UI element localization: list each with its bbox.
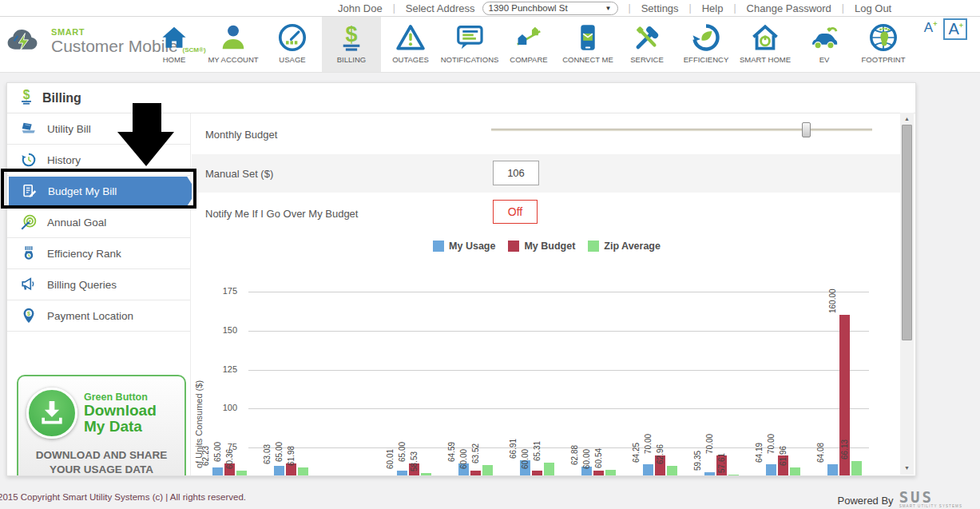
chart-bar	[236, 471, 247, 476]
sus-logo: SUS SMART UTILITY SYSTEMS	[899, 490, 962, 509]
nav-item-my-account[interactable]: MY ACCOUNT	[204, 17, 263, 72]
change-password-link[interactable]: Change Password	[747, 2, 831, 14]
nav-item-footprint[interactable]: FOOTPRINT	[854, 17, 913, 72]
sidebar-item-payment-location[interactable]: $ Payment Location	[7, 300, 190, 332]
top-account-bar: John Doe | Select Address 1390 Punchbowl…	[0, 0, 980, 17]
chart-bar	[470, 471, 481, 476]
bar-value-label: 66.91	[509, 425, 519, 459]
powered-by-block: Powered By SUS SMART UTILITY SYSTEMS	[838, 490, 962, 509]
user-name[interactable]: John Doe	[338, 2, 383, 14]
annual-goal-target-icon	[19, 213, 38, 231]
sidebar-item-utility-bill[interactable]: Utility Bill	[7, 113, 190, 145]
nav-item-outages[interactable]: OUTAGES	[381, 17, 440, 72]
scroll-up-arrow[interactable]: ▲	[900, 113, 914, 124]
cloud-lightning-logo-icon	[5, 25, 46, 58]
bar-value-label: 65.00	[213, 428, 224, 462]
chart-gridline	[248, 331, 869, 332]
page-title: Billing	[42, 91, 81, 105]
chart-bar	[532, 471, 542, 476]
address-dropdown[interactable]: 1390 Punchbowl St ▼	[482, 2, 618, 15]
chart-bar	[212, 467, 223, 476]
my-usage-swatch	[433, 241, 444, 252]
sidebar-item-budget-my-bill[interactable]: Budget My Bill	[7, 176, 190, 207]
chart-bar	[716, 455, 727, 476]
chart-bar	[482, 465, 493, 476]
manual-set-input[interactable]	[493, 161, 539, 185]
chart-gridline	[248, 370, 869, 371]
nav-item-billing[interactable]: $ BILLING	[322, 17, 381, 72]
bar-value-label: 160.00	[828, 280, 839, 313]
nav-item-efficiency[interactable]: EFFICIENCY	[676, 17, 736, 72]
settings-link[interactable]: Settings	[641, 2, 679, 14]
chart-bar	[851, 461, 862, 476]
chart-legend: My Usage My Budget Zip Average	[192, 241, 902, 252]
svg-text:$: $	[346, 22, 358, 46]
nav-item-smart-home[interactable]: SMART HOME	[736, 17, 795, 72]
sidebar-item-annual-goal[interactable]: Annual Goal	[7, 207, 190, 238]
smart-home-power-icon	[750, 21, 780, 54]
chart-bar	[643, 464, 653, 476]
log-out-link[interactable]: Log Out	[855, 2, 891, 14]
nav-item-usage[interactable]: USAGE	[263, 17, 322, 72]
nav-item-ev[interactable]: EV	[795, 17, 854, 72]
chart-bar	[766, 464, 776, 476]
chart-gridline	[248, 408, 869, 409]
budget-slider-handle[interactable]	[802, 122, 811, 137]
chart-gridline	[248, 292, 869, 292]
bar-value-label: 60.54	[594, 435, 605, 468]
nav-item-compare[interactable]: COMPARE	[499, 17, 558, 72]
chart-bar	[728, 475, 739, 476]
utility-bill-icon	[19, 120, 38, 137]
chart-bar	[827, 464, 838, 476]
chart-bar	[667, 466, 677, 476]
chart-bar	[286, 463, 296, 477]
bar-value-label: 60.00	[521, 435, 531, 469]
bar-value-label: 61.98	[287, 432, 297, 466]
chart-bar	[839, 315, 850, 476]
bar-value-label: 65.00	[398, 428, 408, 462]
nav-item-notifications[interactable]: NOTIFICATIONS	[440, 17, 499, 72]
notify-toggle-button[interactable]: Off	[493, 200, 538, 224]
efficiency-recycle-leaf-icon	[691, 21, 721, 54]
bar-value-label: 65.00	[275, 428, 285, 462]
y-axis-tick-label: 125	[207, 364, 237, 374]
nav-item-connect-me[interactable]: CONNECT ME	[558, 17, 617, 72]
chart-bar	[298, 467, 308, 476]
address-value: 1390 Punchbowl St	[489, 3, 568, 13]
billing-panel: $ Billing Utility Bill History Budget My…	[6, 82, 916, 476]
font-size-controls: A+ A+	[924, 18, 967, 40]
notifications-bubble-icon	[454, 21, 485, 54]
notify-label: Notify Me If I Go Over My Budget	[205, 207, 358, 219]
chart-bar	[274, 466, 284, 476]
budget-slider-track[interactable]	[491, 129, 872, 131]
separator: |	[393, 2, 395, 14]
nav-item-service[interactable]: SERVICE	[617, 17, 676, 72]
vertical-scrollbar[interactable]: ▲ ▼	[900, 113, 914, 475]
separator: |	[689, 2, 692, 14]
notify-row: Notify Me If I Go Over My Budget Off	[192, 193, 902, 233]
efficiency-rank-meter-icon	[19, 245, 38, 262]
sidebar-item-history[interactable]: History	[7, 145, 190, 176]
sidebar-item-billing-queries[interactable]: Billing Queries	[7, 269, 190, 300]
scrollbar-thumb[interactable]	[902, 125, 912, 340]
nav-item-home[interactable]: HOME	[145, 17, 204, 72]
svg-text:$: $	[27, 310, 30, 317]
green-button-text: Green Button Download My Data	[84, 392, 157, 435]
y-axis-tick-label: 150	[207, 325, 237, 335]
bar-value-label: 70.00	[767, 420, 777, 454]
green-button-download-card[interactable]: Green Button Download My Data DOWNLOAD A…	[17, 375, 186, 476]
separator: |	[733, 2, 736, 14]
chart-bar	[544, 463, 554, 476]
chart-bar	[581, 467, 592, 476]
font-decrease-button[interactable]: A+	[924, 18, 938, 34]
bar-value-label: 63.03	[263, 431, 273, 464]
chart-bar	[655, 455, 665, 476]
scroll-down-arrow[interactable]: ▼	[900, 462, 914, 473]
sidebar-item-efficiency-rank[interactable]: Efficiency Rank	[7, 238, 190, 269]
chart-bar	[458, 463, 469, 476]
bar-value-label: 70.00	[644, 420, 654, 454]
y-axis-label: of Units Consumed ($)	[194, 280, 205, 468]
monthly-budget-row: Monthly Budget	[192, 113, 902, 154]
help-link[interactable]: Help	[702, 2, 724, 14]
font-increase-button[interactable]: A+	[943, 18, 967, 40]
